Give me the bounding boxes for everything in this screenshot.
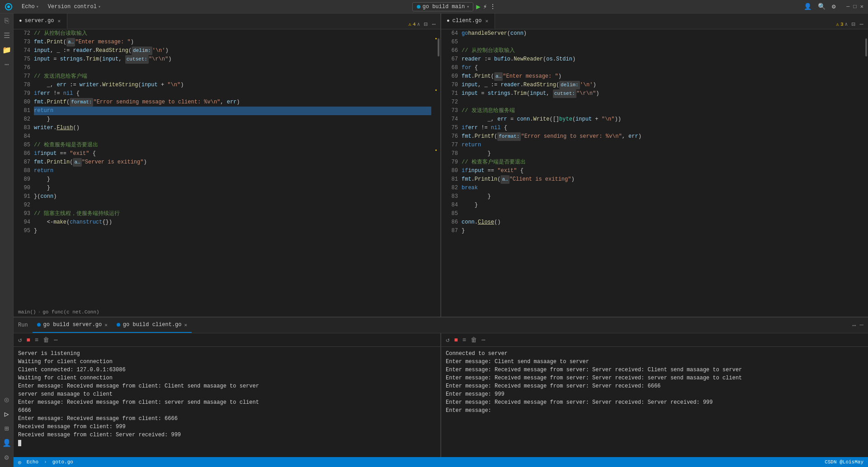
activity-gear-icon[interactable]: ⚙ xyxy=(1,452,13,463)
status-branch-name[interactable]: Echo xyxy=(27,459,38,465)
left-term-line-9: Enter message: Received message from cli… xyxy=(18,415,436,423)
breadcrumb-main: main() xyxy=(18,309,36,315)
left-term-restart-icon[interactable]: ↺ xyxy=(17,335,23,345)
right-terminal-content[interactable]: Connected to server Enter message: Clien… xyxy=(441,347,868,457)
terminal-server-close[interactable]: ✕ xyxy=(104,322,108,328)
code-line-82: } xyxy=(34,115,431,124)
left-editor-more-icon[interactable]: ⋯ xyxy=(431,19,437,29)
r-code-line-72 xyxy=(462,98,859,107)
left-code-editor: 72 73 74 75 76 77 78 79 80 81 82 83 84 8… xyxy=(14,29,440,307)
version-control-chevron-icon: ▾ xyxy=(98,4,101,9)
code-line-74: input, _ := reader.ReadString(delim: '\n… xyxy=(34,47,431,55)
activity-dots-icon[interactable]: ⋯ xyxy=(1,59,13,70)
r-code-line-73: // 发送消息给服务端 xyxy=(462,107,859,115)
left-cursor xyxy=(18,440,21,446)
right-term-stop-icon[interactable]: ■ xyxy=(453,336,458,345)
left-terminal-content[interactable]: Server is listening Waiting for client c… xyxy=(14,347,440,457)
restore-button[interactable]: □ xyxy=(854,4,857,10)
left-tab-bar-actions: ⚠ 4 ∧ ⊟ ⋯ xyxy=(408,19,440,29)
right-warning-badge: ⚠ 3 ∧ xyxy=(836,21,848,27)
terminal-tab-server[interactable]: go build server.go ✕ xyxy=(33,318,112,333)
right-warning-count: 3 xyxy=(840,22,844,27)
left-warning-count: 4 xyxy=(413,22,416,27)
go-icon xyxy=(416,5,421,9)
activity-run-icon[interactable]: ▷ xyxy=(1,408,13,420)
status-separator: › xyxy=(44,459,47,465)
close-button[interactable]: ✕ xyxy=(860,3,863,10)
minimize-button[interactable]: ─ xyxy=(846,4,849,10)
window-controls: ─ □ ✕ xyxy=(846,3,863,10)
left-term-scroll-lock-icon[interactable]: ≡ xyxy=(34,336,39,345)
activity-folder-icon[interactable]: 📁 xyxy=(1,44,13,56)
terminal-client-close[interactable]: ✕ xyxy=(184,322,187,328)
terminal-tab-run[interactable]: Run xyxy=(14,318,33,333)
activity-account-icon[interactable]: 👤 xyxy=(1,437,13,449)
tab-server-go[interactable]: ● server.go ✕ xyxy=(14,14,67,29)
tab-server-go-close[interactable]: ✕ xyxy=(57,18,61,24)
left-term-line-8: 6666 xyxy=(18,406,436,415)
code-line-83: writer.Flush() xyxy=(34,124,431,132)
left-term-line-10: Received message from client: 999 xyxy=(18,423,436,431)
main-area: ⎘ ☰ 📁 ⋯ ◎ ▷ ⊞ 👤 ⚙ ● server.go ✕ xyxy=(0,14,868,467)
code-line-85: // 检查服务端是否要退出 xyxy=(34,141,431,149)
code-line-88: return xyxy=(34,167,431,175)
global-search-icon[interactable]: 🔍 xyxy=(818,3,826,10)
terminal-more-icon[interactable]: ⋯ xyxy=(852,322,856,329)
terminal-server-icon xyxy=(37,323,41,327)
titlebar-left: Echo ▾ Version control ▾ xyxy=(5,3,104,11)
right-code-lines: go handleServer(conn) // 从控制台读取输入 reader… xyxy=(462,29,868,307)
left-scrollbar-track[interactable] xyxy=(437,29,440,307)
app-logo xyxy=(5,3,13,11)
activity-extensions-icon[interactable]: ⊞ xyxy=(1,423,13,434)
right-term-more-icon[interactable]: ⋯ xyxy=(481,335,486,345)
warning-chevron-up-icon[interactable]: ∧ xyxy=(417,21,420,27)
version-control-menu[interactable]: Version control ▾ xyxy=(44,3,104,11)
echo-menu[interactable]: Echo ▾ xyxy=(18,3,42,11)
right-line-numbers: 64 65 66 67 68 69 70 71 72 73 74 75 76 7… xyxy=(441,29,462,307)
status-goto-label[interactable]: goto.go xyxy=(52,459,73,465)
debug-button[interactable]: ⚡ xyxy=(483,3,487,10)
r-code-line-65 xyxy=(462,38,859,47)
tab-client-go-icon: ● xyxy=(447,18,450,23)
right-editor-split-icon[interactable]: ⊟ xyxy=(850,19,856,29)
run-config-chevron-icon: ▾ xyxy=(467,4,469,9)
activity-menu-icon[interactable]: ☰ xyxy=(1,30,13,42)
right-term-restart-icon[interactable]: ↺ xyxy=(445,335,450,345)
tab-client-go-close[interactable]: ✕ xyxy=(484,18,489,24)
right-scrollbar-track[interactable] xyxy=(864,29,868,307)
account-profile-icon[interactable]: 👤 xyxy=(804,3,811,10)
run-button[interactable]: ▶ xyxy=(476,2,481,11)
activity-remote-icon[interactable]: ◎ xyxy=(1,394,13,406)
right-term-line-5: Enter message: Received message from ser… xyxy=(446,382,863,390)
title-menu: Echo ▾ Version control ▾ xyxy=(18,3,104,11)
r-code-line-85 xyxy=(462,210,859,218)
right-warning-triangle-icon: ⚠ xyxy=(836,21,839,27)
right-terminal-panel: ↺ ■ ≡ 🗑 ⋯ Connected to server Enter mess… xyxy=(441,333,868,457)
right-editor-more-icon[interactable]: ⋯ xyxy=(859,19,864,29)
run-config-selector[interactable]: go build main ▾ xyxy=(412,2,474,11)
left-term-more-icon[interactable]: ⋯ xyxy=(53,335,58,345)
gear-settings-icon[interactable]: ⚙ xyxy=(832,3,835,10)
more-run-options-icon[interactable]: ⋮ xyxy=(490,3,496,10)
status-credit: CSDN @LoisMay xyxy=(825,459,863,465)
r-code-line-79: // 检查客户端是否要退出 xyxy=(462,158,859,167)
tab-client-go[interactable]: ● client.go ✕ xyxy=(441,14,495,29)
right-term-trash-icon[interactable]: 🗑 xyxy=(470,336,478,345)
right-term-scroll-lock-icon[interactable]: ≡ xyxy=(462,336,467,345)
left-line-numbers: 72 73 74 75 76 77 78 79 80 81 82 83 84 8… xyxy=(14,29,34,307)
code-line-81: return xyxy=(34,107,431,115)
activity-explorer-icon[interactable]: ⎘ xyxy=(1,15,13,27)
terminals-row: ↺ ■ ≡ 🗑 ⋯ Server is listening Waiting fo… xyxy=(14,333,868,457)
code-line-94: <-make(chan struct{}) xyxy=(34,218,431,227)
right-warning-chevron-up-icon[interactable]: ∧ xyxy=(845,21,848,27)
terminal-minimize-icon[interactable]: ─ xyxy=(860,322,863,329)
left-editor-split-icon[interactable]: ⊟ xyxy=(423,19,428,29)
left-term-trash-icon[interactable]: 🗑 xyxy=(42,336,50,345)
left-term-stop-icon[interactable]: ■ xyxy=(25,336,31,345)
split-editors: ● server.go ✕ ⚠ 4 ∧ ⊟ ⋯ xyxy=(14,14,868,317)
terminal-tab-client[interactable]: go build client.go ✕ xyxy=(112,318,192,333)
warning-marker-1 xyxy=(435,38,437,39)
code-line-89: } xyxy=(34,175,431,184)
right-tab-bar-actions: ⚠ 3 ∧ ⊟ ⋯ xyxy=(836,19,868,29)
right-term-line-7: Enter message: Received message from ser… xyxy=(446,398,863,406)
